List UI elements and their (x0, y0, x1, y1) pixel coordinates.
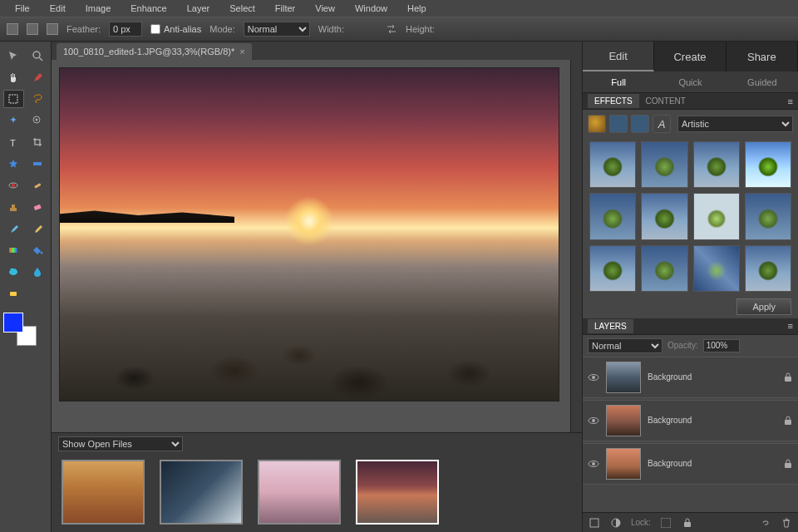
lock-icon[interactable] (783, 459, 793, 469)
layer-styles-icon[interactable] (609, 115, 628, 133)
lock-all-icon[interactable] (681, 516, 694, 530)
gradient-tool[interactable] (3, 241, 24, 259)
type-tool[interactable]: T (3, 133, 24, 151)
antialias-check[interactable] (150, 24, 160, 34)
feather-input[interactable] (109, 22, 142, 37)
text-effects-icon[interactable]: A (653, 115, 671, 133)
quick-select-tool[interactable] (27, 111, 48, 130)
menu-layer[interactable]: Layer (177, 1, 220, 16)
swap-icon[interactable] (386, 23, 397, 35)
effect-thumb[interactable] (589, 245, 636, 292)
layer-thumbnail[interactable] (606, 405, 641, 436)
menu-filter[interactable]: Filter (265, 1, 305, 16)
tab-share[interactable]: Share (727, 42, 798, 71)
visibility-icon[interactable] (588, 415, 599, 426)
effect-thumb[interactable] (693, 245, 740, 292)
layer-name[interactable]: Background (648, 459, 776, 468)
bin-thumb-4[interactable] (356, 460, 439, 525)
lock-icon[interactable] (783, 372, 793, 382)
paint-bucket-tool[interactable] (27, 241, 48, 259)
lasso-tool[interactable] (27, 90, 47, 108)
selection-subtract-icon[interactable] (47, 23, 58, 35)
canvas[interactable] (52, 60, 582, 432)
effect-thumb[interactable] (641, 193, 687, 239)
opacity-input[interactable] (703, 339, 740, 352)
selection-new-icon[interactable] (7, 23, 18, 35)
apply-button[interactable]: Apply (736, 298, 791, 315)
subtab-guided[interactable]: Guided (727, 71, 798, 92)
menu-edit[interactable]: Edit (40, 1, 76, 16)
pencil-tool[interactable] (27, 219, 48, 238)
vertical-scrollbar[interactable] (570, 60, 582, 432)
layer-thumbnail[interactable] (606, 448, 641, 480)
effect-thumb[interactable] (589, 141, 636, 188)
bin-thumb-2[interactable] (160, 460, 243, 525)
adjustment-layer-icon[interactable] (609, 516, 623, 530)
crop-tool[interactable] (27, 133, 48, 151)
lock-transparent-icon[interactable] (659, 516, 672, 530)
healing-tool[interactable] (27, 176, 48, 195)
mode-select[interactable]: Normal (244, 22, 310, 37)
cookie-cutter-tool[interactable] (3, 155, 24, 173)
open-files-dropdown[interactable]: Show Open Files (58, 436, 183, 451)
visibility-icon[interactable] (588, 372, 599, 383)
hand-tool[interactable] (3, 68, 24, 86)
effect-thumb[interactable] (693, 193, 740, 239)
subtab-quick[interactable]: Quick (654, 71, 726, 92)
lock-icon[interactable] (783, 416, 793, 426)
layer-name[interactable]: Background (648, 372, 776, 382)
new-layer-icon[interactable] (588, 516, 601, 530)
eyedropper-tool[interactable] (27, 68, 48, 86)
foreground-color[interactable] (3, 313, 23, 332)
menu-select[interactable]: Select (219, 1, 265, 16)
link-layers-icon[interactable] (758, 516, 771, 530)
effects-category-select[interactable]: Artistic (677, 116, 793, 132)
effect-thumb[interactable] (641, 141, 687, 188)
magic-wand-tool[interactable] (3, 111, 24, 130)
layer-row[interactable]: Background (583, 400, 798, 441)
tab-edit[interactable]: Edit (583, 42, 654, 71)
bin-thumb-3[interactable] (258, 460, 341, 525)
visibility-icon[interactable] (588, 458, 599, 470)
move-tool[interactable] (3, 47, 24, 65)
layer-row[interactable]: Background (583, 357, 798, 398)
brush-tool[interactable] (3, 219, 24, 238)
blur-tool[interactable] (27, 263, 48, 281)
effect-thumb[interactable] (745, 245, 791, 292)
delete-layer-icon[interactable] (780, 516, 793, 530)
layers-tab[interactable]: LAYERS (588, 319, 633, 333)
layer-name[interactable]: Background (648, 416, 776, 425)
effect-thumb[interactable] (693, 141, 740, 188)
layer-row[interactable]: Background (583, 443, 798, 485)
effects-tab[interactable]: EFFECTS (588, 94, 639, 108)
menu-enhance[interactable]: Enhance (121, 1, 176, 16)
menu-help[interactable]: Help (397, 1, 436, 16)
layers-panel-menu-icon[interactable]: ≡ (788, 321, 793, 331)
zoom-tool[interactable] (27, 47, 48, 65)
filters-category-icon[interactable] (588, 115, 606, 133)
shape-tool[interactable] (3, 263, 24, 281)
antialias-checkbox[interactable]: Anti-alias (150, 24, 201, 34)
close-tab-icon[interactable]: × (239, 47, 244, 57)
tab-create[interactable]: Create (654, 42, 726, 71)
effect-thumb[interactable] (745, 193, 791, 239)
blend-mode-select[interactable]: Normal (588, 338, 663, 353)
red-eye-tool[interactable] (3, 176, 24, 195)
eraser-tool[interactable] (27, 198, 48, 216)
effect-thumb[interactable] (589, 193, 636, 239)
marquee-tool[interactable] (3, 90, 24, 108)
menu-view[interactable]: View (305, 1, 345, 16)
sponge-tool[interactable] (3, 284, 24, 303)
color-swatches[interactable] (3, 313, 37, 346)
effects-panel-menu-icon[interactable]: ≡ (788, 96, 793, 106)
straighten-tool[interactable] (27, 155, 48, 173)
document-tab[interactable]: 100_0810_edited-1.JPG@33,3%(RGB/8)* × (57, 43, 252, 60)
content-tab[interactable]: CONTENT (639, 94, 692, 108)
menu-image[interactable]: Image (76, 1, 121, 16)
effect-thumb[interactable] (641, 245, 687, 292)
subtab-full[interactable]: Full (583, 71, 654, 92)
selection-add-icon[interactable] (27, 23, 38, 35)
menu-window[interactable]: Window (345, 1, 397, 16)
layer-thumbnail[interactable] (606, 362, 641, 393)
photo-effects-icon[interactable] (631, 115, 649, 133)
